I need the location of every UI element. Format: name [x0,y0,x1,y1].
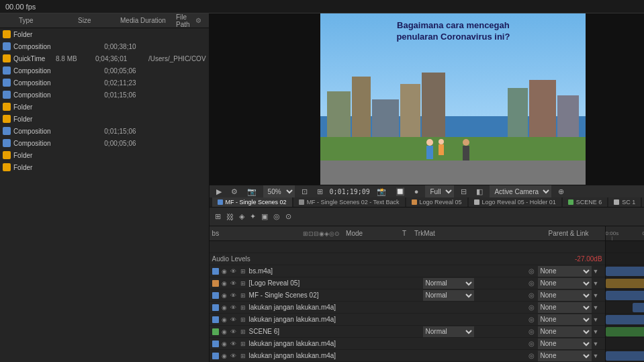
tl-effect-btn[interactable]: ✦ [248,211,257,222]
parent-dropdown-btn[interactable]: ▼ [593,341,599,347]
project-settings-btn[interactable]: ⚙ [195,17,206,24]
parent-dropdown-btn[interactable]: ▼ [593,268,599,275]
layer-row[interactable]: ◉👁⊞[Logo Reveal 05]NormalDissolveMultipl… [210,277,605,289]
file-row[interactable]: Folder [0,28,209,40]
layer-toggle-btn[interactable]: 👁 [230,279,238,287]
layer-toggle-btn[interactable]: 👁 [230,340,238,348]
parent-dropdown-btn[interactable]: ▼ [593,328,599,335]
parent-dropdown-btn[interactable]: ▼ [593,304,599,311]
layer-toggle-btn[interactable]: ◉ [220,267,228,275]
layer-row[interactable]: ◉👁⊞bs.m4a]◎None▼ [210,265,605,277]
layer-toggle-btn[interactable]: 👁 [230,352,238,360]
camera-select[interactable]: Active Camera [490,185,551,197]
layer-switch-btn[interactable]: ◎ [528,316,535,323]
file-row[interactable]: Composition0;00;05;06 [0,64,209,77]
tl-mask-btn[interactable]: ◈ [238,211,246,222]
layer-switch-btn[interactable]: ◎ [528,352,535,359]
show-channel-btn[interactable]: 🔲 [393,186,408,197]
color-manage-btn[interactable]: ● [412,186,422,197]
layer-toggle-btn[interactable]: 👁 [230,316,238,324]
file-row[interactable]: Folder [0,149,209,161]
file-row[interactable]: Folder [0,113,209,125]
track-bar[interactable] [606,267,644,276]
file-row[interactable]: Folder [0,161,209,173]
layer-toggle-btn[interactable]: ⊞ [239,267,247,275]
layer-toggle-btn[interactable]: ◉ [220,279,228,287]
layer-toggle-btn[interactable]: ⊞ [239,304,247,312]
track-bar[interactable] [606,351,644,361]
layer-row[interactable]: ◉👁⊞MF - Single Scenes 02]NormalDissolveM… [210,289,605,302]
tab-logo-holder[interactable]: Logo Reveal 05 - Holder 01 [469,197,561,208]
track-bar[interactable] [606,327,644,336]
layer-toggle-btn[interactable]: ⊞ [239,340,247,348]
tl-adjust-btn[interactable]: ◎ [272,211,281,222]
file-row[interactable]: Composition0;01;15;06 [0,125,209,137]
layer-row[interactable]: ◉👁⊞lakukan jangan lakukan.m4a]◎None▼ [210,302,605,314]
tl-motion-btn[interactable]: ▣ [260,211,269,222]
track-bar[interactable] [606,279,644,288]
file-row[interactable]: Composition0;00;05;06 [0,137,209,149]
parent-dropdown-btn[interactable]: ▼ [593,292,599,299]
layer-toggle-btn[interactable]: ◉ [220,316,228,324]
layer-toggle-btn[interactable]: ⊞ [239,328,247,336]
fit-btn[interactable]: ⊡ [299,186,310,197]
layer-toggle-btn[interactable]: ◉ [220,352,228,360]
checkerboard-btn[interactable]: ⊞ [314,186,326,197]
layer-switch-btn[interactable]: ◎ [528,304,535,311]
layer-parent-select[interactable]: None [538,351,592,361]
layer-mode-select[interactable]: NormalDissolveMultiplyScreenOverlay [423,290,474,301]
layer-parent-select[interactable]: None [538,290,592,301]
file-row[interactable]: Composition0;00;38;10 [0,40,209,52]
transparency-btn[interactable]: ◧ [473,186,486,197]
layer-switch-btn[interactable]: ◎ [528,340,535,347]
layer-toggle-btn[interactable]: ⊞ [239,291,247,300]
view-options-btn[interactable]: ⊕ [555,186,567,197]
layer-toggle-btn[interactable]: ◉ [220,291,228,300]
layer-toggle-btn[interactable]: ◉ [220,304,228,312]
parent-dropdown-btn[interactable]: ▼ [593,353,599,359]
layer-mode-select[interactable]: NormalDissolveMultiplyScreenOverlay [423,278,474,289]
tab-sc1[interactable]: SC 1 [608,197,641,208]
parent-dropdown-btn[interactable]: ▼ [593,316,599,323]
layer-parent-select[interactable]: None [538,278,592,289]
layer-toggle-btn[interactable]: 👁 [230,291,238,300]
layer-row[interactable]: ◉👁⊞SCENE 6]NormalDissolveMultiplyScreenO… [210,326,605,338]
tl-link-btn[interactable]: ⛓ [225,212,235,222]
layer-toggle-btn[interactable]: 👁 [230,328,238,336]
layer-toggle-btn[interactable]: ◉ [220,328,228,336]
parent-dropdown-btn[interactable]: ▼ [593,280,599,287]
preview-play-btn[interactable]: ▶ [214,186,224,197]
layer-toggle-btn[interactable]: ◉ [220,340,228,348]
track-bar[interactable] [606,315,644,324]
file-row[interactable]: QuickTime8.8 MB0;04;36;01/Users/_PHIC/CO… [0,52,209,64]
layer-toggle-btn[interactable]: ⊞ [239,352,247,360]
layer-parent-select[interactable]: None [538,338,592,349]
preview-settings-btn[interactable]: ⚙ [228,186,240,197]
file-row[interactable]: Composition0;02;11;23 [0,77,209,89]
layer-toggle-btn[interactable]: 👁 [230,304,238,312]
layer-switch-btn[interactable]: ◎ [528,291,535,299]
layer-parent-select[interactable]: None [538,326,592,337]
track-bar[interactable] [606,291,644,300]
layer-switch-btn[interactable]: ◎ [528,279,535,287]
layer-toggle-btn[interactable]: ⊞ [239,279,247,287]
resolution-select[interactable]: Full [425,185,454,197]
layer-switch-btn[interactable]: ◎ [528,328,535,335]
layer-toggle-btn[interactable]: 👁 [230,267,238,275]
tab-mf-single[interactable]: MF - Single Scenes 02 [212,197,292,208]
layer-row[interactable]: ◉👁⊞lakukan jangan lakukan.m4a]◎None▼ [210,350,605,362]
layer-parent-select[interactable]: None [538,314,592,325]
tl-solo-btn[interactable]: ⊙ [284,211,293,222]
zoom-select[interactable]: 50% [263,185,295,197]
snapshot-btn[interactable]: 📸 [374,186,389,197]
layer-row[interactable]: ◉👁⊞lakukan jangan lakukan.m4a]◎None▼ [210,338,605,350]
tab-mf-text[interactable]: MF - Single Scenes 02 - Text Back [293,197,405,208]
tab-logo05[interactable]: Logo Reveal 05 [406,197,467,208]
layer-switch-btn[interactable]: ◎ [528,267,535,275]
layer-mode-select[interactable]: NormalDissolveMultiplyScreenOverlay [423,326,474,337]
file-row[interactable]: Folder [0,101,209,113]
track-bar[interactable] [633,303,644,312]
layer-parent-select[interactable]: None [538,266,592,277]
file-row[interactable]: Composition0;01;15;06 [0,89,209,101]
layer-parent-select[interactable]: None [538,302,592,313]
